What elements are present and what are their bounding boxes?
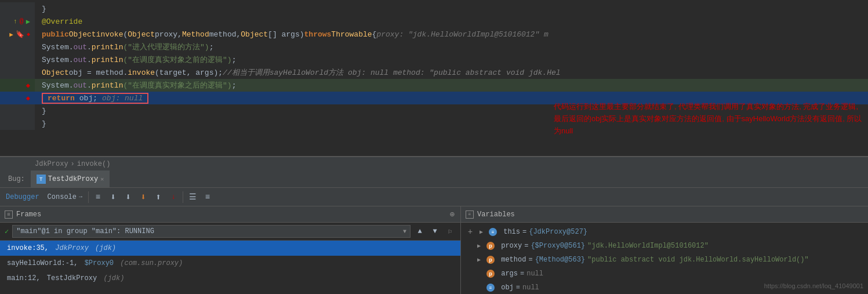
var-item-method[interactable]: ▶ p method = {Method@563} "public abstra… [461, 253, 868, 267]
var-name-method: method [497, 256, 526, 264]
run-icon: ▶ [26, 17, 30, 26]
line-gutter [0, 41, 35, 53]
frame-item-2[interactable]: sayHelloWorld:-1, $Proxy0 (com.sun.proxy… [0, 256, 460, 271]
println-method3: println [92, 81, 124, 90]
param-hint: proxy: "jdk.HelloWorldImpl@51016012" m [376, 30, 548, 39]
tab-class-icon: T [37, 175, 46, 184]
code-line: Object obj = method. invoke (target, arg… [0, 66, 868, 79]
frame-location-2: sayHelloWorld:-1, [7, 259, 82, 267]
return-var: obj; [79, 94, 97, 103]
line-gutter: ▶ 🔖 ◆ [0, 28, 35, 41]
println-method: println [92, 43, 124, 52]
var-expand-this[interactable]: ▶ [480, 228, 486, 235]
var-add-button[interactable]: + [466, 227, 475, 237]
show-frames-button[interactable]: ≡ [91, 190, 105, 204]
var-name-obj: obj [497, 284, 514, 292]
tooltip-text: 代码运行到这里最主要部分就结束了, 代理类帮我们调用了真实对象的方法, 完成了业… [554, 102, 862, 135]
frames-title-text: Frames [16, 210, 41, 219]
frame-source-1: (jdk) [91, 244, 116, 252]
breadcrumb-bar: JdkProxy › invoke() [0, 157, 868, 170]
code-line-highlighted: ◆ System. out . println ("在调度真实对象之后的逻辑")… [0, 79, 868, 92]
line-code: Object obj = method. invoke (target, arg… [35, 66, 868, 79]
debug-tab-bug[interactable]: Bug: [2, 170, 31, 187]
var-value-args: null [526, 270, 543, 278]
line-gutter-return: ◆ [0, 92, 35, 104]
string2: ("在调度真实对象之前的逻辑") [123, 55, 231, 65]
indent2: System. [42, 56, 74, 64]
step-out-button[interactable]: ⬆ [151, 190, 165, 204]
var-eq-proxy: = [524, 242, 528, 250]
semi3: ; [232, 81, 237, 90]
watermark: https://blog.csdn.net/loq_41049001 [764, 282, 863, 289]
override-icon: ↑ [13, 18, 17, 25]
frame-location-3: main:12, [7, 274, 45, 282]
tab-close-button[interactable]: ✕ [100, 176, 104, 183]
invoke-call: invoke [128, 68, 155, 77]
var-name-this: this [499, 228, 520, 236]
frame-item-1[interactable]: invoke:35, JdkProxy (jdk) [0, 241, 460, 256]
var-value-method: "public abstract void jdk.HelloWorld.say… [587, 256, 809, 264]
thread-select-container[interactable]: "main"@1 in group "main": RUNNING ▼ [12, 225, 411, 238]
evaluate-button[interactable]: ☰ [186, 190, 199, 204]
bug-label: Bug: [8, 175, 25, 183]
frame-source-2: (com.sun.proxy) [116, 259, 183, 267]
dot2: . [87, 56, 92, 64]
thread-status-icon: ✓ [5, 227, 9, 236]
frame-class-2: $Proxy0 [85, 259, 114, 267]
breadcrumb-class: JdkProxy [35, 160, 68, 168]
param-proxy: proxy, [155, 30, 182, 39]
paren-open: ( [123, 30, 128, 39]
arrow-icon: ▶ [9, 31, 13, 38]
var-expand-proxy[interactable]: ▶ [477, 242, 484, 249]
diamond-icon: ◆ [27, 31, 30, 38]
step-into-button[interactable]: ⬇ [121, 190, 135, 204]
type-method: Method [182, 30, 209, 39]
toolbar: Debugger Console → ≡ ⬇ ⬇ ⬇ ⬆ ↓ ☰ ≡ [0, 188, 868, 206]
indent3: System. [42, 81, 74, 90]
obj-var: obj = method. [69, 68, 128, 77]
out-field3: out [74, 81, 87, 90]
type-object: Object [69, 30, 96, 39]
thread-down-button[interactable]: ▼ [429, 226, 441, 237]
frames-icon: ⊞ [5, 210, 13, 219]
semi1: ; [209, 43, 214, 52]
debugger-tab[interactable]: Debugger [2, 193, 43, 201]
var-expand-method[interactable]: ▶ [477, 256, 484, 263]
out-field: out [74, 43, 87, 52]
toolbar-separator [88, 191, 89, 203]
annotation-text: @Override [42, 17, 82, 26]
var-eq-this: = [522, 228, 526, 236]
code-line: } [0, 2, 868, 15]
var-value-obj: null [522, 284, 539, 292]
console-tab[interactable]: Console → [44, 193, 86, 201]
invoke-args: (target, args); [155, 68, 223, 77]
code-line-invoke: ▶ 🔖 ◆ public Object invoke ( Object prox… [0, 28, 868, 41]
frames-panel-actions: ⊕ [449, 208, 456, 220]
var-name-args: args [497, 270, 518, 278]
debug-tab-testjdkproxy[interactable]: T TestJdkProxy ✕ [31, 170, 110, 187]
force-step-into-button[interactable]: ⬇ [136, 190, 150, 204]
semi2: ; [232, 56, 237, 64]
var-eq-obj: = [516, 284, 520, 292]
settings-button[interactable]: ≡ [201, 190, 215, 204]
thread-selector: ✓ "main"@1 in group "main": RUNNING ▼ ▲ … [0, 223, 460, 241]
run-to-cursor-button[interactable]: ↓ [166, 190, 180, 204]
thread-up-button[interactable]: ▲ [414, 226, 426, 237]
frame-list: invoke:35, JdkProxy (jdk) sayHelloWorld:… [0, 241, 460, 294]
code-line: ↑ @ ▶ @Override [0, 15, 868, 28]
step-over-button[interactable]: ⬇ [106, 190, 120, 204]
variables-panel: ≡ Variables + ▶ ≡ this = {JdkProxy@527} … [461, 206, 868, 294]
thread-filter-button[interactable]: ⚐ [444, 226, 456, 237]
var-ref-proxy: {$Proxy0@561} [531, 242, 585, 250]
frame-item-3[interactable]: main:12, TestJdkProxy (jdk) [0, 271, 460, 286]
var-item-proxy[interactable]: ▶ p proxy = {$Proxy0@561} "jdk.HelloWorl… [461, 239, 868, 253]
var-item-this[interactable]: + ▶ ≡ this = {JdkProxy@527} [461, 225, 868, 239]
variables-title-text: Variables [477, 210, 515, 219]
code-line: System. out . println ("在调度真实对象之前的逻辑") ; [0, 53, 868, 66]
frames-expand-button[interactable]: ⊕ [449, 208, 456, 220]
code-line: System. out . println ("进入代理逻辑的方法") ; [0, 41, 868, 53]
var-item-args[interactable]: p args = null [461, 267, 868, 281]
line-code: @Override [35, 15, 868, 28]
line-gutter: ↑ @ ▶ [0, 15, 35, 28]
variables-panel-header: ≡ Variables [461, 206, 868, 223]
